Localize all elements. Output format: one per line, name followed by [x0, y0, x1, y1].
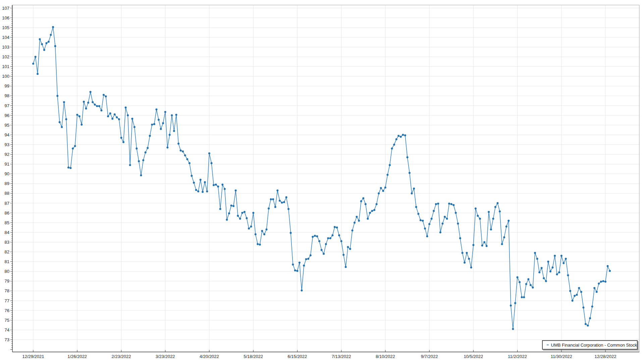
data-point[interactable]: [116, 116, 118, 118]
data-point[interactable]: [450, 203, 452, 205]
data-point[interactable]: [136, 147, 138, 149]
data-point[interactable]: [87, 102, 89, 104]
data-point[interactable]: [200, 179, 202, 181]
data-point[interactable]: [331, 234, 333, 236]
data-point[interactable]: [114, 113, 116, 115]
data-point[interactable]: [241, 212, 243, 214]
data-point[interactable]: [41, 43, 43, 45]
data-point[interactable]: [569, 290, 571, 292]
data-point[interactable]: [499, 210, 501, 213]
data-point[interactable]: [263, 233, 265, 235]
data-point[interactable]: [32, 63, 34, 65]
data-point[interactable]: [541, 267, 543, 269]
data-point[interactable]: [111, 118, 113, 120]
data-point[interactable]: [122, 141, 124, 143]
data-point[interactable]: [488, 211, 490, 213]
data-point[interactable]: [367, 218, 369, 220]
data-point[interactable]: [340, 240, 342, 242]
data-point[interactable]: [397, 135, 399, 137]
data-point[interactable]: [105, 95, 107, 97]
data-point[interactable]: [305, 258, 307, 260]
data-point[interactable]: [285, 196, 287, 198]
data-point[interactable]: [283, 201, 285, 203]
data-point[interactable]: [327, 237, 329, 239]
data-point[interactable]: [373, 209, 375, 211]
data-point[interactable]: [404, 134, 406, 136]
data-point[interactable]: [435, 203, 437, 205]
data-point[interactable]: [299, 262, 301, 264]
data-point[interactable]: [312, 236, 314, 238]
data-point[interactable]: [197, 190, 199, 192]
data-point[interactable]: [347, 246, 349, 248]
data-point[interactable]: [155, 109, 157, 111]
data-point[interactable]: [349, 248, 351, 250]
data-point[interactable]: [492, 218, 494, 220]
data-point[interactable]: [462, 252, 464, 254]
data-point[interactable]: [224, 188, 226, 190]
data-point[interactable]: [400, 136, 402, 138]
data-point[interactable]: [65, 118, 67, 120]
data-point[interactable]: [464, 262, 466, 264]
data-point[interactable]: [444, 216, 446, 218]
data-point[interactable]: [517, 276, 519, 278]
data-point[interactable]: [142, 159, 144, 161]
data-point[interactable]: [76, 114, 78, 116]
data-point[interactable]: [217, 186, 219, 188]
data-point[interactable]: [587, 324, 589, 326]
data-point[interactable]: [351, 230, 353, 232]
data-point[interactable]: [589, 317, 591, 319]
data-point[interactable]: [325, 243, 327, 245]
data-point[interactable]: [244, 211, 246, 213]
data-point[interactable]: [287, 208, 289, 210]
data-point[interactable]: [411, 192, 413, 194]
data-point[interactable]: [602, 280, 604, 282]
data-point[interactable]: [191, 175, 193, 177]
data-point[interactable]: [171, 114, 173, 116]
data-point[interactable]: [384, 186, 386, 188]
data-point[interactable]: [604, 281, 606, 283]
data-point[interactable]: [358, 220, 360, 222]
data-point[interactable]: [420, 219, 422, 221]
data-point[interactable]: [164, 111, 166, 113]
data-point[interactable]: [129, 164, 131, 166]
data-point[interactable]: [554, 255, 556, 257]
data-point[interactable]: [94, 104, 96, 106]
data-point[interactable]: [565, 258, 567, 260]
data-point[interactable]: [211, 162, 213, 164]
data-point[interactable]: [441, 223, 443, 225]
data-point[interactable]: [72, 147, 74, 149]
data-point[interactable]: [483, 241, 485, 243]
data-point[interactable]: [424, 228, 426, 230]
data-point[interactable]: [56, 95, 58, 97]
data-point[interactable]: [376, 203, 378, 205]
data-point[interactable]: [120, 137, 122, 139]
data-point[interactable]: [252, 212, 254, 214]
data-point[interactable]: [525, 283, 527, 285]
data-point[interactable]: [52, 26, 54, 28]
data-point[interactable]: [202, 191, 204, 193]
data-point[interactable]: [532, 287, 534, 289]
data-point[interactable]: [266, 229, 268, 231]
data-point[interactable]: [78, 115, 80, 117]
data-point[interactable]: [221, 184, 223, 186]
data-point[interactable]: [536, 258, 538, 260]
data-point[interactable]: [582, 306, 584, 308]
data-point[interactable]: [578, 287, 580, 289]
data-point[interactable]: [609, 270, 611, 272]
data-point[interactable]: [213, 184, 215, 186]
data-point[interactable]: [290, 232, 292, 234]
data-point[interactable]: [204, 181, 206, 183]
data-point[interactable]: [514, 302, 516, 304]
data-point[interactable]: [393, 143, 395, 145]
data-point[interactable]: [552, 266, 554, 268]
data-point[interactable]: [80, 124, 83, 126]
data-point[interactable]: [417, 213, 419, 215]
data-point[interactable]: [37, 73, 39, 75]
data-point[interactable]: [519, 281, 521, 283]
data-point[interactable]: [413, 187, 415, 189]
data-point[interactable]: [354, 222, 356, 224]
data-point[interactable]: [345, 266, 347, 268]
data-point[interactable]: [510, 305, 512, 307]
data-point[interactable]: [39, 38, 41, 40]
data-point[interactable]: [63, 101, 65, 103]
